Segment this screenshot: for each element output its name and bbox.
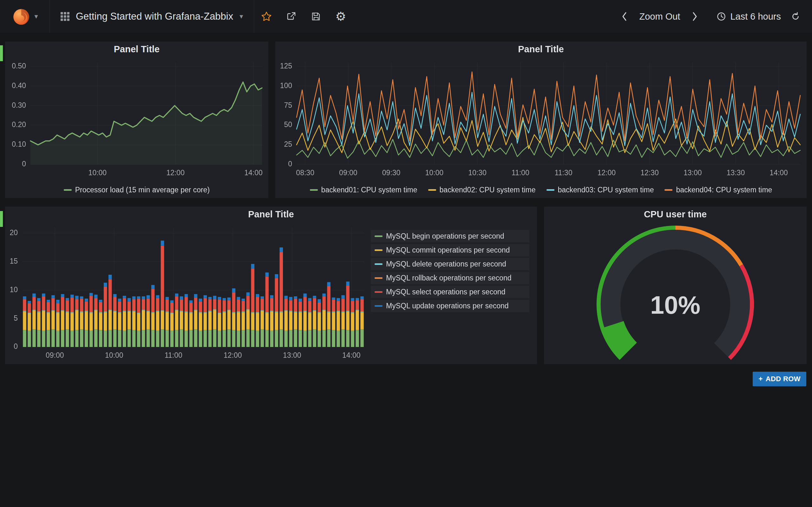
- legend-series-marker: [374, 263, 383, 265]
- legend-series-marker: [664, 189, 672, 191]
- legend-series-marker: [310, 189, 318, 191]
- dashboard-row: Panel Title MySQL begin operations per s…: [5, 207, 807, 364]
- row-toggle-handle[interactable]: [0, 45, 3, 61]
- legend-series-marker: [428, 189, 436, 191]
- legend-series-marker: [374, 235, 383, 237]
- legend-item[interactable]: MySQL commit operations per second: [371, 244, 529, 257]
- plus-icon: +: [758, 375, 763, 383]
- save-button[interactable]: [304, 0, 328, 33]
- time-picker-button[interactable]: Last 6 hours: [716, 11, 781, 22]
- caret-down-icon: ▾: [34, 13, 38, 20]
- star-icon: [261, 11, 272, 22]
- panel-title[interactable]: Panel Title: [275, 42, 807, 57]
- chart-legend: MySQL begin operations per secondMySQL c…: [371, 222, 537, 364]
- legend-series-marker: [64, 189, 72, 191]
- refresh-icon: [791, 11, 801, 21]
- legend-item[interactable]: backend01: CPU system time: [310, 186, 417, 194]
- legend-series-label: MySQL delete operations per second: [386, 260, 506, 268]
- legend-item[interactable]: MySQL update operations per second: [371, 300, 529, 312]
- panel-processor-load: Panel Title Processor load (15 min avera…: [5, 42, 268, 198]
- processor-load-chart[interactable]: [5, 57, 268, 181]
- time-range-label: Last 6 hours: [730, 11, 781, 22]
- legend-series-marker: [374, 291, 383, 293]
- share-icon: [286, 11, 296, 21]
- legend-series-label: MySQL select operations per second: [386, 288, 505, 296]
- legend-series-label: backend04: CPU system time: [676, 186, 772, 194]
- legend-series-marker: [547, 189, 554, 191]
- legend-item[interactable]: backend04: CPU system time: [664, 186, 772, 194]
- panel-cpu-system-time: Panel Title backend01: CPU system timeba…: [275, 42, 807, 198]
- grafana-logo-icon: [11, 7, 31, 26]
- panel-mysql-operations: Panel Title MySQL begin operations per s…: [5, 207, 537, 364]
- add-row-label: ADD ROW: [766, 375, 801, 383]
- share-button[interactable]: [279, 0, 304, 33]
- chart-legend: Processor load (15 min average per core): [5, 181, 268, 198]
- gear-icon: ⚙: [335, 10, 346, 22]
- dashboard-footer: + ADD ROW: [5, 372, 807, 386]
- chevron-right-icon: [692, 11, 698, 22]
- chevron-left-icon: [621, 11, 628, 22]
- time-back-button[interactable]: [618, 11, 631, 22]
- legend-item[interactable]: backend02: CPU system time: [428, 186, 536, 194]
- star-button[interactable]: [254, 0, 279, 33]
- legend-series-marker: [374, 277, 383, 279]
- add-row-button[interactable]: + ADD ROW: [753, 372, 806, 386]
- time-forward-button[interactable]: [688, 11, 701, 22]
- row-toggle-handle[interactable]: [0, 211, 3, 227]
- legend-item[interactable]: MySQL delete operations per second: [371, 258, 529, 270]
- navbar: ▾ Getting Started with Grafana-Zabbix ▾: [0, 0, 812, 33]
- chart-legend: backend01: CPU system timebackend02: CPU…: [275, 181, 807, 198]
- mysql-operations-chart[interactable]: [5, 222, 371, 364]
- dashboard-title: Getting Started with Grafana-Zabbix: [76, 11, 233, 22]
- panel-title[interactable]: Panel Title: [5, 42, 268, 57]
- cpu-user-time-gauge[interactable]: [544, 222, 807, 364]
- legend-series-label: MySQL rollback operations per second: [386, 274, 511, 282]
- legend-item[interactable]: MySQL begin operations per second: [371, 230, 529, 242]
- grafana-menu-button[interactable]: ▾: [0, 0, 50, 33]
- dashboard-title-button[interactable]: Getting Started with Grafana-Zabbix ▾: [50, 0, 254, 33]
- cpu-system-time-chart[interactable]: [275, 57, 807, 181]
- panel-cpu-user-time: CPU user time: [544, 207, 807, 364]
- dashboard-grid-icon: [61, 12, 69, 21]
- save-icon: [311, 12, 321, 21]
- zoom-out-button[interactable]: Zoom Out: [639, 11, 680, 22]
- panel-title[interactable]: CPU user time: [544, 207, 807, 222]
- legend-series-label: backend02: CPU system time: [440, 186, 536, 194]
- legend-series-label: backend03: CPU system time: [558, 186, 654, 194]
- chart-with-legend: MySQL begin operations per secondMySQL c…: [5, 222, 537, 364]
- legend-series-label: MySQL begin operations per second: [386, 232, 504, 240]
- settings-button[interactable]: ⚙: [328, 0, 353, 33]
- navbar-time-controls: Zoom Out Last 6 hours: [618, 0, 812, 33]
- legend-item[interactable]: MySQL select operations per second: [371, 286, 529, 298]
- legend-series-label: Processor load (15 min average per core): [75, 186, 210, 194]
- legend-series-label: MySQL update operations per second: [386, 302, 509, 310]
- legend-item[interactable]: Processor load (15 min average per core): [64, 186, 210, 194]
- caret-down-icon: ▾: [240, 13, 243, 20]
- legend-series-label: backend01: CPU system time: [321, 186, 417, 194]
- panel-title[interactable]: Panel Title: [5, 207, 537, 222]
- refresh-button[interactable]: [789, 11, 802, 21]
- dashboard-row: Panel Title Processor load (15 min avera…: [5, 42, 807, 198]
- dashboard: Panel Title Processor load (15 min avera…: [0, 33, 812, 386]
- legend-item[interactable]: MySQL rollback operations per second: [371, 272, 529, 284]
- legend-item[interactable]: backend03: CPU system time: [547, 186, 654, 194]
- legend-series-label: MySQL commit operations per second: [386, 246, 510, 255]
- legend-series-marker: [374, 249, 383, 251]
- legend-series-marker: [374, 305, 383, 307]
- clock-icon: [716, 11, 726, 21]
